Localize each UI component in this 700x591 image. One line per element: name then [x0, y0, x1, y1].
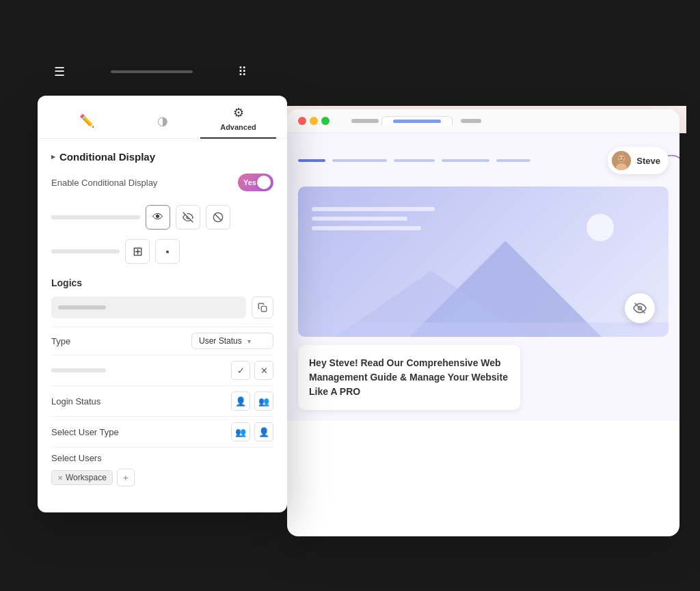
workspace-tag-label: Workspace	[66, 473, 107, 482]
workspace-tag[interactable]: ✕ Workspace	[51, 470, 113, 485]
select-users-section: Select Users ✕ Workspace +	[51, 447, 273, 486]
hero-line-1	[312, 207, 435, 211]
traffic-lights	[298, 117, 329, 125]
visibility-row-spacer	[51, 215, 140, 219]
check-btn[interactable]: ✓	[231, 361, 250, 380]
minimize-icon[interactable]	[310, 117, 318, 125]
tab-edit[interactable]: ✏️	[49, 104, 124, 138]
type-select-value: User Status	[199, 336, 242, 346]
type-row: Type User Status ▾	[51, 327, 273, 355]
tab-advanced-label: Advanced	[220, 123, 256, 131]
eye-visibility-button[interactable]	[625, 293, 655, 323]
select-user-type-label: Select User Type	[51, 427, 119, 437]
toggle-yes-label: Yes	[243, 178, 256, 187]
mobile-search-bar	[111, 70, 193, 73]
section-title: Conditional Display	[51, 151, 273, 163]
browser-tab-line-1	[351, 119, 379, 123]
browser-content: Steve	[287, 133, 679, 421]
grid-icon[interactable]: ⠿	[238, 64, 247, 79]
user-name: Steve	[636, 156, 660, 166]
visibility-btn-eye[interactable]: 👁	[146, 205, 170, 230]
select-users-label: Select Users	[51, 453, 273, 463]
layout-row: ⊞ ▪	[51, 239, 273, 264]
svg-rect-12	[298, 322, 669, 337]
layout-btn-grid[interactable]: ⊞	[125, 239, 150, 264]
nav-line-blue	[298, 159, 325, 162]
logics-search-bar[interactable]	[51, 297, 246, 318]
tag-row: ✕ Workspace +	[51, 469, 273, 486]
login-status-label: Login Status	[51, 396, 100, 407]
browser-tab-line-2	[461, 119, 481, 123]
nav-line-1	[332, 159, 387, 162]
maximize-icon[interactable]	[321, 117, 329, 125]
tab-bar: ✏️ ◑ ⚙ Advanced	[38, 96, 287, 139]
nav-line-4	[496, 159, 530, 162]
login-user-add-icon[interactable]: 👥	[254, 391, 273, 411]
user-type-group-icon[interactable]: 👥	[231, 422, 250, 441]
check-x-spacer	[51, 368, 106, 372]
panel-content: Conditional Display Enable Conditional D…	[38, 139, 287, 499]
user-type-controls: 👥 👤	[231, 422, 273, 441]
tag-remove-icon[interactable]: ✕	[57, 474, 63, 482]
layout-row-spacer	[51, 249, 120, 253]
toggle-knob	[257, 176, 271, 189]
layout-btn-square[interactable]: ▪	[155, 239, 180, 264]
edit-icon: ✏️	[79, 113, 94, 128]
enable-label: Enable Conditional Display	[51, 178, 157, 188]
svg-line-2	[215, 214, 221, 220]
enable-toggle[interactable]: Yes	[238, 174, 273, 191]
left-panel: ✏️ ◑ ⚙ Advanced Conditional Display Enab…	[38, 96, 287, 512]
browser-tabs	[351, 116, 481, 126]
logic-controls: ✓ ✕	[231, 361, 273, 380]
svg-rect-3	[261, 306, 267, 312]
tab-style[interactable]: ◑	[124, 104, 200, 138]
logics-search-row	[51, 297, 273, 318]
svg-point-5	[618, 155, 625, 162]
type-select[interactable]: User Status ▾	[191, 333, 273, 349]
logics-search-inner	[58, 305, 106, 310]
login-user-icon[interactable]: 👤	[231, 391, 250, 411]
close-icon[interactable]	[298, 117, 306, 125]
hamburger-icon[interactable]: ☰	[54, 64, 65, 79]
browser-top	[287, 109, 679, 133]
active-tab[interactable]	[381, 116, 453, 126]
enable-row: Enable Conditional Display Yes	[51, 174, 273, 191]
content-card: Hey Steve! Read Our Comprehensive Web Ma…	[298, 345, 520, 410]
user-type-add-icon[interactable]: 👤	[254, 422, 273, 441]
x-btn[interactable]: ✕	[254, 361, 273, 380]
copy-button[interactable]	[252, 297, 273, 318]
curved-arrow	[667, 152, 679, 176]
select-user-type-row: Select User Type 👥 👤	[51, 416, 273, 447]
hero-mountain-svg	[298, 219, 669, 337]
content-card-text: Hey Steve! Read Our Comprehensive Web Ma…	[309, 356, 509, 399]
active-tab-line	[393, 120, 441, 123]
advanced-icon: ⚙	[233, 105, 244, 120]
logics-title: Logics	[51, 277, 273, 288]
visibility-btn-eye-slash[interactable]	[176, 205, 200, 230]
hero-image	[298, 187, 669, 337]
mobile-bar: ☰ ⠿	[38, 41, 263, 102]
login-status-controls: 👤 👥	[231, 391, 273, 411]
tab-advanced[interactable]: ⚙ Advanced	[200, 96, 276, 138]
check-x-row: ✓ ✕	[51, 355, 273, 385]
nav-line-3	[442, 159, 489, 162]
login-status-row: Login Status 👤 👥	[51, 385, 273, 416]
user-pill: Steve	[608, 147, 669, 174]
nav-line-2	[394, 159, 435, 162]
type-label: Type	[51, 336, 70, 346]
visibility-btn-block[interactable]	[206, 205, 230, 230]
visibility-row: 👁	[51, 205, 273, 230]
browser-nav: Steve	[298, 144, 669, 177]
style-icon: ◑	[157, 113, 168, 128]
svg-point-7	[619, 157, 621, 159]
right-panel: Steve	[287, 109, 679, 536]
avatar	[612, 151, 631, 170]
chevron-down-icon: ▾	[247, 338, 251, 345]
add-tag-button[interactable]: +	[117, 469, 135, 486]
svg-point-8	[623, 157, 624, 159]
